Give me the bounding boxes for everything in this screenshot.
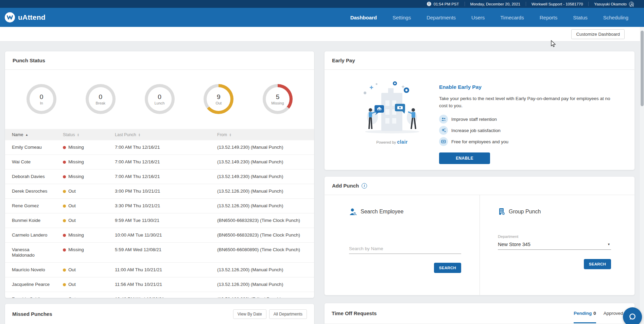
right-column: Early Pay xyxy=(324,51,635,324)
punch-counter-break[interactable]: 0 Break xyxy=(86,84,116,114)
sort-icon[interactable]: ▲▼ xyxy=(77,133,79,136)
status-label: Out xyxy=(68,296,76,298)
nav-item-users[interactable]: Users xyxy=(471,15,485,20)
view-by-date-button[interactable]: View By Date xyxy=(233,309,266,319)
department-select[interactable]: New Store 345 ▼ xyxy=(498,240,611,250)
missed-punches-header: Missed Punches View By Date All Departme… xyxy=(5,304,314,324)
search-by-name-input[interactable] xyxy=(349,245,461,254)
counter-value: 0 xyxy=(158,93,161,101)
all-departments-button[interactable]: All Departments xyxy=(269,309,307,319)
table-row[interactable]: Derek Desroches Out 3:00 PM Thu 10/21/21… xyxy=(5,184,314,199)
info-icon[interactable]: i xyxy=(362,183,367,189)
punch-status-card: Punch Status 0 In 0 xyxy=(5,51,314,298)
nav-item-settings[interactable]: Settings xyxy=(393,15,411,20)
employee-name: Carmelo Landero xyxy=(5,232,63,238)
column-header-status[interactable]: Status ▲▼ xyxy=(63,132,115,137)
status-cell: Missing xyxy=(63,232,115,238)
money-icon xyxy=(439,137,448,146)
sort-asc-icon[interactable]: ▲ xyxy=(25,133,28,136)
counter-value: 0 xyxy=(99,93,102,101)
alert-icon[interactable]: ! xyxy=(427,2,431,6)
from-cell: (13.52.149.230) (Manual Punch) xyxy=(217,145,314,150)
group-punch-panel: Group Punch Department New Store 345 ▼ S… xyxy=(480,195,634,295)
last-punch-cell: 5:59 AM Wed 12/08/21 xyxy=(115,247,217,253)
status-dot-icon xyxy=(63,175,66,178)
enable-button[interactable]: ENABLE xyxy=(439,152,490,164)
status-cell: Out xyxy=(63,282,115,287)
sort-icon[interactable]: ▲▼ xyxy=(138,133,141,136)
from-cell: (13.52.126.200) (Manual Punch) xyxy=(217,282,314,287)
status-label: Missing xyxy=(68,145,84,150)
nav-item-departments[interactable]: Departments xyxy=(427,15,456,20)
time-off-header: Time Off Requests Pending 0 Approved 2 xyxy=(325,303,634,324)
topbar-user[interactable]: Yasuyuki Okamoto xyxy=(589,0,639,8)
topbar-account[interactable]: Workwell Support - 10581770 xyxy=(526,0,588,8)
counter-label: Lunch xyxy=(155,101,165,105)
punch-counter-in[interactable]: 0 In xyxy=(27,84,56,114)
counter-label: Missing xyxy=(271,101,284,105)
table-row[interactable]: Emily Comeau Missing 7:00 AM Thu 12/16/2… xyxy=(5,140,314,155)
group-punch-heading: Group Punch xyxy=(509,209,541,215)
early-pay-title: Early Pay xyxy=(332,58,355,63)
time-off-tabs: Pending 0 Approved 2 xyxy=(574,303,627,323)
status-dot-icon xyxy=(63,248,66,252)
bullet-staff-retention: Improve staff retention xyxy=(439,115,624,124)
customize-dashboard-button[interactable]: Customize Dashboard xyxy=(571,29,625,39)
table-row[interactable]: Wai Cote Missing 7:00 AM Thu 12/16/21 (1… xyxy=(5,155,314,169)
status-cell: Out xyxy=(63,218,115,223)
from-cell: (13.52.149.230) (Manual Punch) xyxy=(217,159,314,165)
scrollbar-thumb[interactable] xyxy=(641,31,644,106)
table-row[interactable]: Maurício Novelo Out 11:00 AM Thu 10/21/2… xyxy=(5,263,314,277)
column-header-last-punch[interactable]: Last Punch ▲▼ xyxy=(115,132,217,137)
brand[interactable]: uAttend xyxy=(5,12,46,22)
employee-name: Bunmei Koide xyxy=(5,218,63,223)
building-icon xyxy=(498,208,505,215)
table-row[interactable]: Zenaida Saldivar Out 12:46 PM Wed 10/20/… xyxy=(5,292,314,298)
table-row[interactable]: Deborah Davies Missing 7:00 AM Thu 12/16… xyxy=(5,169,314,184)
from-cell: (BN6500-66080890) (Time Clock Punch) xyxy=(217,247,314,253)
missed-punches-title: Missed Punches xyxy=(12,311,52,317)
nav-item-reports[interactable]: Reports xyxy=(540,15,558,20)
group-punch-search-button[interactable]: SEARCH xyxy=(584,259,611,269)
status-cell: Missing xyxy=(63,159,115,165)
status-label: Out xyxy=(68,267,76,273)
counter-label: Out xyxy=(215,101,222,105)
user-avatar-icon[interactable] xyxy=(629,2,634,6)
employee-search-button[interactable]: SEARCH xyxy=(434,263,461,273)
chat-fab-button[interactable] xyxy=(623,307,642,324)
nav-item-timecards[interactable]: Timecards xyxy=(500,15,524,20)
status-label: Missing xyxy=(68,159,84,165)
punch-counter-out[interactable]: 9 Out xyxy=(204,84,233,114)
punch-counter-lunch[interactable]: 0 Lunch xyxy=(145,84,175,114)
counter-value: 0 xyxy=(40,93,43,101)
employee-name: Derek Desroches xyxy=(5,189,63,194)
clair-logo: clair xyxy=(397,139,407,145)
last-punch-cell: 9:59 AM Tue 11/30/21 xyxy=(115,218,217,223)
table-row[interactable]: Rene Gomez Out 3:30 PM Thu 10/21/21 (13.… xyxy=(5,199,314,213)
bullet-label: Improve staff retention xyxy=(451,117,497,122)
status-label: Out xyxy=(68,203,76,209)
last-punch-cell: 7:00 AM Thu 12/16/21 xyxy=(115,159,217,165)
table-row[interactable]: Jacqueline Pearce Out 11:56 AM Thu 10/21… xyxy=(5,277,314,292)
tab-pending[interactable]: Pending 0 xyxy=(574,303,596,323)
department-value: New Store 345 xyxy=(498,242,530,247)
sparkles-icon xyxy=(439,126,448,135)
early-pay-description: Take your perks to the next level with E… xyxy=(439,95,612,109)
punch-counter-missing[interactable]: 5 Missing xyxy=(263,84,293,114)
status-dot-icon xyxy=(63,146,66,149)
column-header-from[interactable]: From ▲▼ xyxy=(217,132,314,137)
sort-icon[interactable]: ▲▼ xyxy=(229,133,231,136)
nav-item-status[interactable]: Status xyxy=(573,15,588,20)
column-header-name[interactable]: Name ▲ xyxy=(5,132,63,137)
page-scrollbar[interactable] xyxy=(640,27,644,324)
punch-status-header: Punch Status xyxy=(5,51,314,70)
counter-ring: 5 Missing xyxy=(263,84,293,114)
table-row[interactable]: Vanessa Maldonado Missing 5:59 AM Wed 12… xyxy=(5,243,314,263)
table-row[interactable]: Bunmei Koide Out 9:59 AM Tue 11/30/21 (B… xyxy=(5,213,314,228)
nav-item-dashboard[interactable]: Dashboard xyxy=(350,15,377,20)
nav-item-scheduling[interactable]: Scheduling xyxy=(603,15,628,20)
department-label: Department xyxy=(498,234,634,239)
chat-bubble-icon xyxy=(628,312,637,321)
table-row[interactable]: Carmelo Landero Missing 10:00 AM Tue 11/… xyxy=(5,228,314,243)
status-label: Missing xyxy=(68,232,84,238)
